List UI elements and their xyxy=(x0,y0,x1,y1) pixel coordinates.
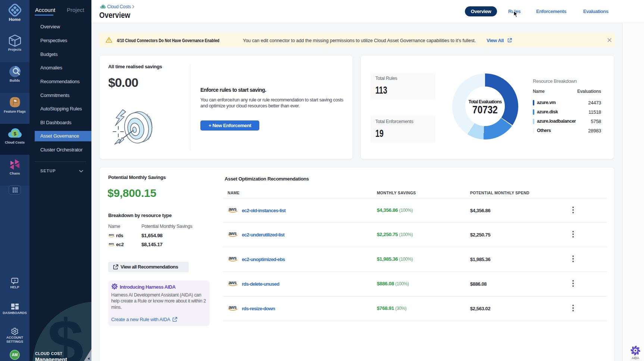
svg-text:aws: aws xyxy=(228,207,237,212)
svg-text:aws: aws xyxy=(228,280,237,285)
svg-text:aws: aws xyxy=(109,242,114,245)
svg-text:$: $ xyxy=(13,131,16,136)
svg-text:aws: aws xyxy=(228,231,237,236)
svg-text:aws: aws xyxy=(228,255,237,261)
svg-text:?: ? xyxy=(14,279,16,283)
svg-text:aws: aws xyxy=(228,305,237,310)
svg-text:aws: aws xyxy=(109,233,114,236)
